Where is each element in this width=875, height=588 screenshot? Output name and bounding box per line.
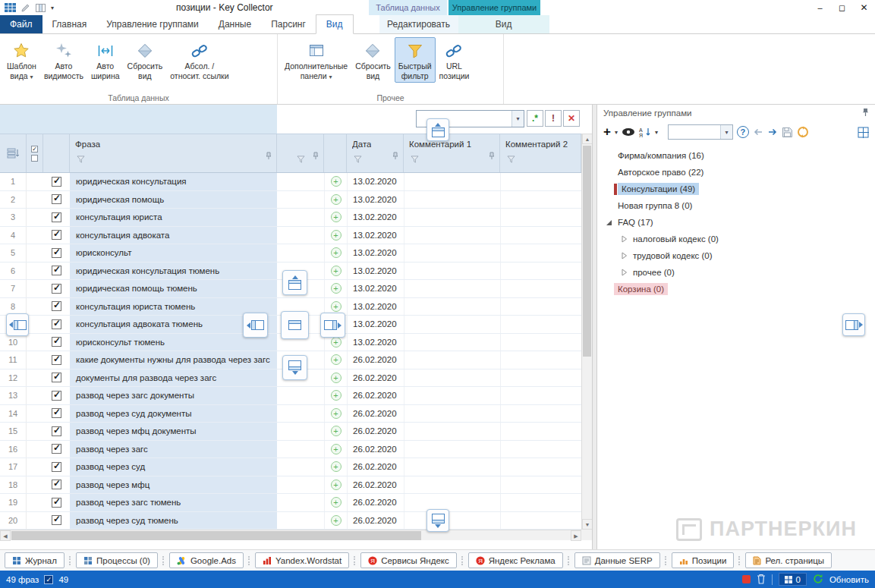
ribbon-tab[interactable]: Файл (0, 15, 42, 33)
comment1-cell[interactable] (404, 244, 500, 262)
add-phrase-icon[interactable]: + (331, 212, 342, 222)
checkbox-column-header[interactable] (43, 134, 70, 172)
pin-column-icon[interactable] (488, 149, 496, 163)
comment2-cell[interactable] (500, 351, 581, 369)
phrase-cell[interactable]: развод через мфц документы (70, 423, 277, 440)
comment2-cell[interactable] (500, 512, 581, 530)
qat-customize-icon[interactable]: ▾ (51, 5, 54, 11)
brush-icon[interactable] (21, 3, 30, 12)
group-tree-item[interactable]: Корзина (0) (597, 281, 875, 297)
table-row[interactable]: 3консультация юриста+13.02.2020 (0, 209, 581, 227)
table-row[interactable]: 1юридическая консультация+13.02.2020 (0, 173, 581, 191)
comment2-cell[interactable] (500, 209, 581, 226)
dock-center-guide[interactable] (281, 311, 309, 339)
add-phrase-icon[interactable]: + (331, 176, 342, 187)
table-row[interactable]: 14развод через суд документы+26.02.2020 (0, 405, 581, 423)
phrase-cell[interactable]: развод через суд тюмень (70, 512, 277, 530)
filter-funnel-icon[interactable] (297, 153, 305, 166)
group-label[interactable]: Новая группа 8 (0) (614, 200, 696, 212)
add-group-button[interactable]: + (603, 124, 611, 140)
scroll-left-arrow-icon[interactable]: ◀ (0, 530, 11, 541)
hidden-columns-header[interactable] (277, 134, 324, 172)
ribbon-tab[interactable]: Главная (42, 15, 97, 33)
group-tree-item[interactable]: Авторское право (22) (597, 164, 875, 181)
refresh-icon[interactable] (813, 574, 823, 586)
bottom-tab[interactable]: ЯЯндекс Реклама (468, 552, 563, 568)
date-column-header[interactable]: Дата (347, 134, 404, 172)
comment2-cell[interactable] (500, 227, 581, 244)
ribbon-button[interactable]: Сбросить вид (351, 37, 395, 83)
ribbon-tab[interactable]: Вид (316, 14, 354, 34)
add-phrase-icon[interactable]: + (331, 515, 342, 526)
filter-funnel-icon[interactable] (77, 153, 85, 166)
table-row[interactable]: 4консультация адвоката+13.02.2020 (0, 227, 581, 245)
comment2-cell[interactable] (500, 369, 581, 387)
pin-column-icon[interactable] (312, 149, 319, 163)
row-checkbox[interactable] (52, 408, 61, 418)
group-tree-item[interactable]: налоговый кодекс (0) (597, 231, 875, 247)
add-phrase-icon[interactable]: + (331, 247, 342, 258)
bottom-tab[interactable]: Google.Ads (169, 552, 244, 568)
tree-collapsed-icon[interactable] (618, 269, 629, 276)
add-phrase-icon[interactable]: + (331, 230, 342, 241)
table-row[interactable]: 20развод через суд тюмень+26.02.2020 (0, 512, 581, 530)
vertical-scrollbar-thumb[interactable] (583, 146, 591, 357)
dock-center-top-guide[interactable] (282, 270, 307, 295)
phrase-cell[interactable]: развод через суд документы (70, 405, 277, 423)
comment2-cell[interactable] (500, 387, 581, 404)
comment2-cell[interactable] (500, 316, 581, 333)
group-label[interactable]: налоговый кодекс (0) (629, 233, 722, 245)
row-checkbox[interactable] (52, 194, 61, 204)
sort-dropdown-icon[interactable]: ▾ (655, 124, 658, 140)
comment1-cell[interactable] (404, 476, 500, 494)
save-icon[interactable] (782, 124, 793, 140)
refresh-label[interactable]: Обновить (829, 575, 869, 584)
ribbon-tab[interactable]: Вид (458, 15, 549, 33)
add-phrase-icon[interactable]: + (331, 301, 342, 312)
group-tree-item[interactable]: Фирма/компания (16) (597, 147, 875, 164)
row-checkbox[interactable] (52, 426, 61, 436)
add-phrase-icon[interactable]: + (331, 266, 342, 276)
tree-collapsed-icon[interactable] (618, 235, 629, 243)
comment1-cell[interactable] (404, 263, 500, 280)
comment1-cell[interactable] (404, 512, 500, 530)
comment1-cell[interactable] (404, 298, 500, 316)
sync-groups-icon[interactable] (797, 124, 809, 140)
row-checkbox[interactable] (52, 319, 61, 329)
close-filter-button[interactable]: ✕ (563, 110, 580, 127)
vertical-scrollbar[interactable]: ▲ ▼ (581, 134, 592, 530)
dock-top-guide[interactable] (426, 118, 449, 141)
bottom-tab[interactable]: Журнал (5, 552, 65, 568)
bottom-tab[interactable]: Данные SERP (574, 552, 660, 568)
comment1-cell[interactable] (404, 209, 500, 226)
add-group-dropdown-icon[interactable]: ▾ (615, 124, 618, 140)
add-phrase-icon[interactable]: + (331, 194, 342, 205)
phrase-cell[interactable]: документы для развода через загс (70, 369, 277, 387)
phrase-cell[interactable]: юридическая консультация тюмень (70, 263, 277, 280)
phrase-cell[interactable]: развод через загс (70, 441, 277, 458)
phrase-column-header[interactable]: Фраза (70, 134, 277, 172)
comment1-cell[interactable] (404, 191, 500, 209)
comment2-cell[interactable] (500, 173, 581, 190)
ribbon-button[interactable]: Авто видимость (40, 37, 87, 83)
phrase-cell[interactable]: юридическая помощь тюмень (70, 280, 277, 297)
ribbon-button[interactable]: Шаблон вида ▾ (3, 37, 40, 84)
filter-funnel-icon[interactable] (411, 153, 419, 166)
group-tree-item[interactable]: FAQ (17) (597, 214, 875, 231)
comment1-cell[interactable] (404, 316, 500, 333)
regex-filter-button[interactable]: .* (527, 110, 543, 127)
close-button[interactable]: ✕ (853, 0, 875, 15)
add-phrase-icon[interactable]: + (331, 426, 342, 436)
ribbon-button[interactable]: Быстрый фильтр (395, 37, 436, 83)
comment1-cell[interactable] (404, 227, 500, 244)
selection-header[interactable]: ✓ (27, 134, 43, 172)
stop-icon[interactable] (742, 575, 751, 583)
comment2-cell[interactable] (500, 441, 581, 458)
table-row[interactable]: 13развод через загс документы+26.02.2020 (0, 387, 581, 405)
comment1-cell[interactable] (404, 280, 500, 297)
group-label[interactable]: Корзина (0) (614, 283, 668, 295)
row-checkbox[interactable] (52, 212, 61, 222)
add-phrase-icon[interactable]: + (331, 408, 342, 419)
phrase-cell[interactable]: развод через суд (70, 458, 277, 476)
phrase-cell[interactable]: юридическая консультация (70, 173, 277, 190)
